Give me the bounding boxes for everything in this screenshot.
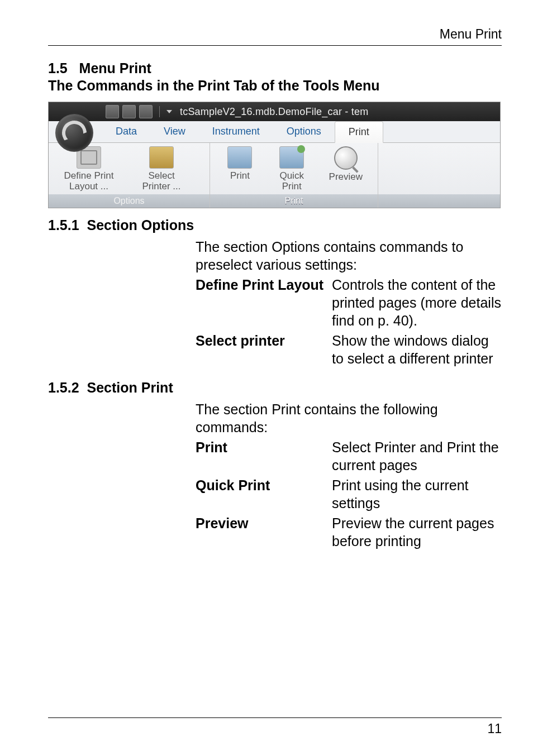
office-orb-button[interactable] — [55, 114, 93, 152]
running-header: Menu Print — [48, 27, 502, 46]
qat-customize-dropdown-icon[interactable] — [166, 110, 172, 113]
definition-desc: Preview the current pages before printin… — [332, 514, 502, 550]
quick-access-toolbar — [102, 105, 153, 118]
section-heading: 1.5 Menu Print — [48, 60, 502, 76]
preview-icon — [334, 146, 358, 170]
tab-options[interactable]: Options — [273, 121, 335, 142]
definition-term: Quick Print — [196, 476, 332, 512]
tab-instrument[interactable]: Instrument — [199, 121, 273, 142]
btn-label: Preview — [329, 172, 363, 183]
section-title: Menu Print — [79, 60, 151, 76]
definition-row: Quick Print Print using the current sett… — [196, 476, 502, 512]
btn-label: Printer ... — [142, 181, 181, 192]
print-icon — [227, 146, 252, 169]
definition-term: Print — [196, 438, 332, 474]
quick-print-icon — [279, 146, 304, 169]
btn-label: Print — [282, 181, 302, 192]
define-print-layout-button[interactable]: Define Print Layout ... — [59, 146, 119, 192]
tab-print[interactable]: Print — [335, 121, 383, 143]
group-footer-print: Print — [210, 194, 378, 208]
section-number: 1.5 — [48, 60, 68, 76]
sub1-intro: The section Options contains commands to… — [196, 238, 502, 274]
btn-label: Print — [230, 171, 250, 181]
ribbon-empty-space — [378, 143, 500, 208]
definition-term: Select printer — [196, 332, 332, 367]
ribbon-screenshot: tcSampleV2_16.mdb.DemoFile_car - tem Dat… — [48, 102, 501, 208]
qat-divider — [159, 106, 160, 117]
sub2-intro: The section Print contains the following… — [196, 400, 502, 436]
definition-row: Print Select Printer and Print the curre… — [196, 438, 502, 474]
tab-view[interactable]: View — [150, 121, 199, 142]
subsection-title: Section Options — [87, 217, 194, 233]
subsection-1-5-1: 1.5.1 Section Options — [48, 217, 502, 233]
section-subtitle: The Commands in the Print Tab of the Too… — [48, 78, 502, 94]
definition-term: Define Print Layout — [196, 276, 332, 329]
btn-label: Define Print — [64, 171, 114, 181]
tab-data[interactable]: Data — [102, 121, 150, 142]
ribbon-group-options: Define Print Layout ... Select Printer .… — [49, 143, 210, 208]
btn-label: Select — [148, 171, 174, 181]
print-button[interactable]: Print — [220, 146, 260, 192]
qat-icon-2[interactable] — [122, 105, 136, 118]
page-number: 11 — [487, 721, 502, 736]
quick-print-button[interactable]: Quick Print — [272, 146, 312, 192]
subsection-number: 1.5.2 — [48, 380, 79, 395]
page-footer: 11 — [48, 717, 502, 736]
subsection-number: 1.5.1 — [48, 217, 79, 233]
definition-desc: Print using the current settings — [332, 476, 502, 512]
subsection-1-5-2: 1.5.2 Section Print — [48, 380, 502, 396]
qat-icon-3[interactable] — [139, 105, 153, 118]
definition-row: Define Print Layout Controls the content… — [196, 276, 502, 329]
window-title-text: tcSampleV2_16.mdb.DemoFile_car - tem — [180, 106, 368, 118]
definition-row: Select printer Show the windows dialog t… — [196, 332, 502, 367]
group-footer-options: Options — [49, 194, 210, 208]
printer-icon — [149, 146, 174, 169]
qat-icon-1[interactable] — [106, 105, 119, 118]
window-titlebar: tcSampleV2_16.mdb.DemoFile_car - tem — [49, 102, 500, 121]
ribbon-content-row: Define Print Layout ... Select Printer .… — [49, 143, 500, 208]
definition-row: Preview Preview the current pages before… — [196, 514, 502, 550]
definition-desc: Show the windows dialog to select a diff… — [332, 332, 502, 367]
ribbon-group-print: Print Quick Print Preview Print — [210, 143, 378, 208]
btn-label: Quick — [279, 171, 303, 181]
definition-term: Preview — [196, 514, 332, 550]
select-printer-button[interactable]: Select Printer ... — [131, 146, 192, 192]
definition-desc: Select Printer and Print the current pag… — [332, 438, 502, 474]
definition-desc: Controls the content of the printed page… — [332, 276, 502, 329]
subsection-title: Section Print — [87, 380, 173, 395]
btn-label: Layout ... — [69, 181, 108, 192]
preview-button[interactable]: Preview — [324, 146, 368, 193]
ribbon-tab-strip: Data View Instrument Options Print — [49, 121, 500, 143]
